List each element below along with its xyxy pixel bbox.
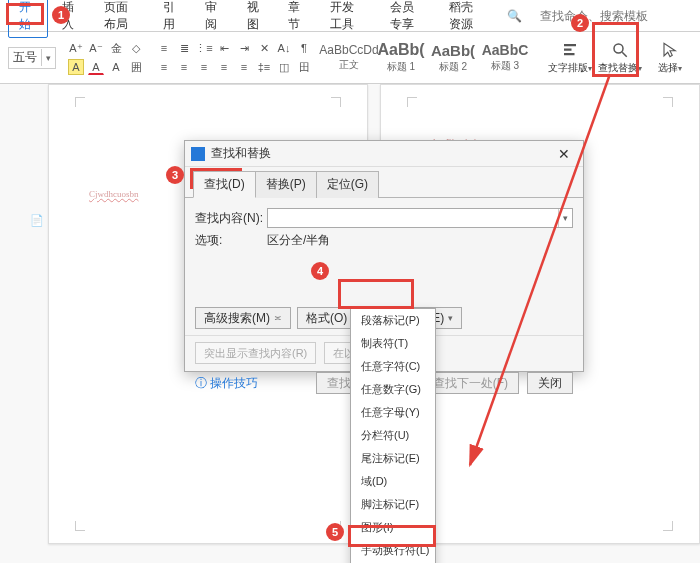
change-case-icon[interactable]: 金 (108, 40, 124, 56)
ribbon-tabs: 开始 插入 页面布局 引用 审阅 视图 章节 开发工具 会员专享 稻壳资源 🔍 (0, 0, 700, 32)
find-next-button: 查找下一处(F) (422, 372, 519, 394)
special-format-menu: 段落标记(P) 制表符(T) 任意字符(C) 任意数字(G) 任意字母(Y) 分… (350, 308, 436, 563)
dialog-titlebar[interactable]: 查找和替换 ✕ (185, 141, 583, 167)
menu-paragraph-mark[interactable]: 段落标记(P) (351, 309, 435, 332)
paragraph-tools: ≡ ≣ ⋮≡ ⇤ ⇥ ✕ A↓ ¶ ≡ ≡ ≡ ≡ ≡ ‡≡ ◫ 田 (156, 40, 312, 75)
close-dialog-button[interactable]: 关闭 (527, 372, 573, 394)
decrease-indent-icon[interactable]: ⇤ (216, 40, 232, 56)
tips-link[interactable]: ⓘ操作技巧 (195, 375, 258, 392)
line-spacing-icon[interactable]: ‡≡ (256, 59, 272, 75)
distribute-icon[interactable]: ≡ (236, 59, 252, 75)
callout-num-1: 1 (52, 6, 70, 24)
style-heading2[interactable]: AaBb(标题 2 (428, 38, 478, 78)
font-size-selector[interactable]: 五号 ▾ (8, 47, 56, 69)
callout-num-2: 2 (571, 14, 589, 32)
callout-num-4: 4 (311, 262, 329, 280)
menu-endnote-mark[interactable]: 尾注标记(E) (351, 447, 435, 470)
menu-footnote-mark[interactable]: 脚注标记(F) (351, 493, 435, 516)
text-tools-icon[interactable]: ✕ (256, 40, 272, 56)
menu-any-digit[interactable]: 任意数字(G) (351, 378, 435, 401)
page1-text: Cjwdhcuosbn (89, 189, 139, 199)
find-replace-button[interactable]: 查找替换▾ (598, 36, 642, 80)
options-label: 选项: (195, 232, 267, 249)
svg-rect-1 (564, 48, 572, 50)
svg-rect-0 (564, 44, 576, 46)
text-direction-icon (561, 41, 579, 59)
increase-indent-icon[interactable]: ⇥ (236, 40, 252, 56)
svg-rect-2 (564, 53, 575, 55)
close-button[interactable]: ✕ (551, 146, 577, 162)
advanced-search-button[interactable]: 高级搜索(M) ≍ (195, 307, 291, 329)
dialog-tabs: 查找(D) 替换(P) 定位(G) (185, 167, 583, 198)
find-content-input[interactable]: ▾ (267, 208, 573, 228)
char-shading-icon[interactable]: A (108, 59, 124, 75)
sort-icon[interactable]: A↓ (276, 40, 292, 56)
style-heading1[interactable]: AaBb(标题 1 (376, 38, 426, 78)
info-icon: ⓘ (195, 375, 207, 392)
search-icon: 🔍 (507, 9, 522, 23)
callout-num-5: 5 (326, 523, 344, 541)
dropdown-arrow-icon[interactable]: ▾ (558, 209, 572, 227)
callout-num-3: 3 (166, 166, 184, 184)
font-size-value: 五号 (9, 49, 42, 66)
font-color-icon[interactable]: A (88, 59, 104, 75)
svg-line-4 (622, 52, 627, 57)
highlight-icon[interactable]: A (68, 59, 84, 75)
text-direction-button[interactable]: 文字排版▾ (548, 36, 592, 80)
font-tools: A⁺ A⁻ 金 ◇ A A A 囲 (68, 40, 144, 75)
borders-icon[interactable]: 田 (296, 59, 312, 75)
clear-format-icon[interactable]: ◇ (128, 40, 144, 56)
cursor-icon (661, 41, 679, 59)
increase-font-icon[interactable]: A⁺ (68, 40, 84, 56)
numbering-icon[interactable]: ≣ (176, 40, 192, 56)
menu-graphic[interactable]: 图形(I) (351, 516, 435, 539)
ribbon-toolbar: 五号 ▾ A⁺ A⁻ 金 ◇ A A A 囲 ≡ ≣ ⋮≡ ⇤ ⇥ ✕ A↓ ¶… (0, 32, 700, 84)
dialog-title: 查找和替换 (211, 145, 551, 162)
dropdown-arrow-icon: ▾ (42, 53, 55, 63)
menu-manual-line-break[interactable]: 手动换行符(L) (351, 539, 435, 562)
bullets-icon[interactable]: ≡ (156, 40, 172, 56)
command-search-input[interactable] (538, 8, 692, 24)
menu-any-char[interactable]: 任意字符(C) (351, 355, 435, 378)
tab-replace[interactable]: 替换(P) (255, 171, 317, 198)
menu-column-break[interactable]: 分栏符(U) (351, 424, 435, 447)
align-right-icon[interactable]: ≡ (196, 59, 212, 75)
align-center-icon[interactable]: ≡ (176, 59, 192, 75)
menu-tab-char[interactable]: 制表符(T) (351, 332, 435, 355)
tab-find[interactable]: 查找(D) (193, 171, 256, 198)
style-normal[interactable]: AaBbCcDd正文 (324, 38, 374, 78)
magnifier-icon (611, 41, 629, 59)
show-marks-icon[interactable]: ¶ (296, 40, 312, 56)
menu-any-letter[interactable]: 任意字母(Y) (351, 401, 435, 424)
style-heading3[interactable]: AaBbC标题 3 (480, 38, 530, 78)
svg-point-3 (614, 44, 623, 53)
select-button[interactable]: 选择▾ (648, 36, 692, 80)
find-content-label: 查找内容(N): (195, 210, 267, 227)
multilevel-icon[interactable]: ⋮≡ (196, 40, 212, 56)
tab-goto[interactable]: 定位(G) (316, 171, 379, 198)
right-tools: 文字排版▾ 查找替换▾ 选择▾ (548, 36, 692, 80)
highlight-results-button: 突出显示查找内容(R) (195, 342, 316, 364)
options-value: 区分全/半角 (267, 232, 330, 249)
app-icon (191, 147, 205, 161)
char-border-icon[interactable]: 囲 (128, 59, 144, 75)
styles-gallery: AaBbCcDd正文 AaBb(标题 1 AaBb(标题 2 AaBbC标题 3 (324, 38, 530, 78)
sidebar-page-icon[interactable]: 📄 (30, 214, 48, 230)
shading-icon[interactable]: ◫ (276, 59, 292, 75)
decrease-font-icon[interactable]: A⁻ (88, 40, 104, 56)
align-left-icon[interactable]: ≡ (156, 59, 172, 75)
align-justify-icon[interactable]: ≡ (216, 59, 232, 75)
menu-field[interactable]: 域(D) (351, 470, 435, 493)
